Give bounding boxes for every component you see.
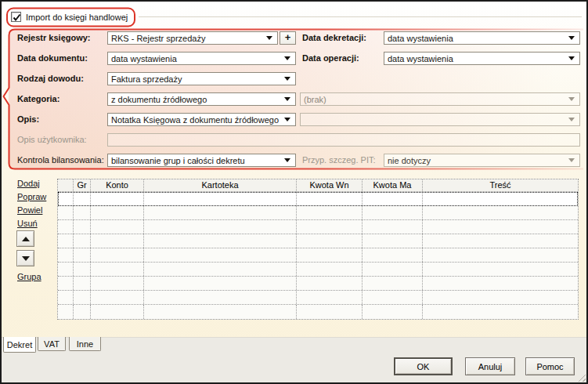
edit-link[interactable]: Popraw [17,192,46,201]
category-select[interactable]: z dokumentu źródłowego [107,92,296,106]
table-row[interactable] [58,263,578,277]
move-up-button[interactable] [16,230,34,247]
balance-control-label: Kontrola bilansowania: [17,154,104,167]
chevron-down-icon [568,118,575,121]
col-kwota-wn[interactable]: Kwota Wn [297,179,363,191]
chevron-down-icon [266,36,272,40]
user-description-label: Opis użytkownika: [17,133,87,147]
chevron-down-icon [568,36,575,40]
col-selector[interactable] [58,179,74,191]
import-decree-dialog: Import do księgi handlowej Rejestr księg… [0,0,588,384]
col-kwota-ma[interactable]: Kwota Ma [363,179,423,191]
cancel-button[interactable]: Anuluj [465,357,515,375]
tab-dekret[interactable]: Dekret [3,337,36,353]
ok-button[interactable]: OK [394,357,453,375]
chevron-down-icon [568,97,575,101]
register-select[interactable]: RKS - Rejestr sprzedaży [107,31,278,45]
operation-date-select[interactable]: data wystawienia [384,52,580,65]
description-select[interactable]: Notatka Księgowa z dokumentu źródłowego [107,113,296,126]
col-konto[interactable]: Konto [91,179,144,191]
chevron-down-icon [284,118,290,121]
add-register-button[interactable]: + [280,31,296,45]
move-down-button[interactable] [16,250,34,266]
register-label: Rejestr księgowy: [17,31,91,45]
delete-link[interactable]: Usuń [17,219,38,228]
col-kartoteka[interactable]: Kartoteka [144,179,297,191]
table-row[interactable] [58,291,578,305]
check-icon [12,13,22,23]
description-label: Opis: [17,113,39,126]
category-secondary-select[interactable]: (brak) [300,92,580,106]
description-secondary-select[interactable] [300,113,580,126]
table-row[interactable] [58,206,578,220]
operation-date-label: Data operacji: [302,52,359,65]
arrow-up-icon [22,237,30,241]
decree-table: Gr Konto Kartoteka Kwota Wn Kwota Ma Tre… [57,179,579,320]
tab-inne[interactable]: Inne [69,337,101,351]
table-row[interactable] [58,220,578,234]
table-row[interactable] [58,192,578,206]
pit-label: Przyp. szczeg. PIT: [302,154,376,167]
category-label: Kategoria: [17,92,60,106]
chevron-down-icon [284,77,290,81]
col-tresc[interactable]: Treść [423,179,578,191]
decree-date-label: Data dekretacji: [302,31,366,45]
pit-select[interactable]: nie dotyczy [384,154,580,167]
chevron-down-icon [284,97,290,101]
document-date-select[interactable]: data wystawienia [107,52,296,65]
help-button[interactable]: Pomoc [525,357,575,375]
user-description-input[interactable] [107,133,580,147]
groupbox-top-line [139,16,582,17]
table-row[interactable] [58,248,578,263]
tab-vat[interactable]: VAT [38,337,66,351]
table-row[interactable] [58,305,578,319]
import-checkbox-label[interactable]: Import do księgi handlowej [26,12,128,23]
import-checkbox[interactable] [11,12,21,22]
table-row[interactable] [58,277,578,291]
arrow-down-icon [22,256,30,261]
chevron-down-icon [284,56,290,60]
chevron-down-icon [568,158,575,162]
chevron-down-icon [568,56,575,60]
chevron-down-icon [284,158,290,162]
group-link[interactable]: Grupa [17,272,41,281]
col-gr[interactable]: Gr [74,179,91,191]
balance-control-select[interactable]: bilansowanie grup i całości dekretu [107,154,296,167]
duplicate-link[interactable]: Powiel [17,205,42,215]
evidence-type-label: Rodzaj dowodu: [17,72,84,85]
table-row[interactable] [58,234,578,248]
document-date-label: Data dokumentu: [17,52,88,65]
add-link[interactable]: Dodaj [17,179,40,188]
decree-date-select[interactable]: data wystawienia [384,31,580,45]
evidence-type-select[interactable]: Faktura sprzedaży [107,72,296,85]
table-header-row: Gr Konto Kartoteka Kwota Wn Kwota Ma Tre… [58,179,578,192]
